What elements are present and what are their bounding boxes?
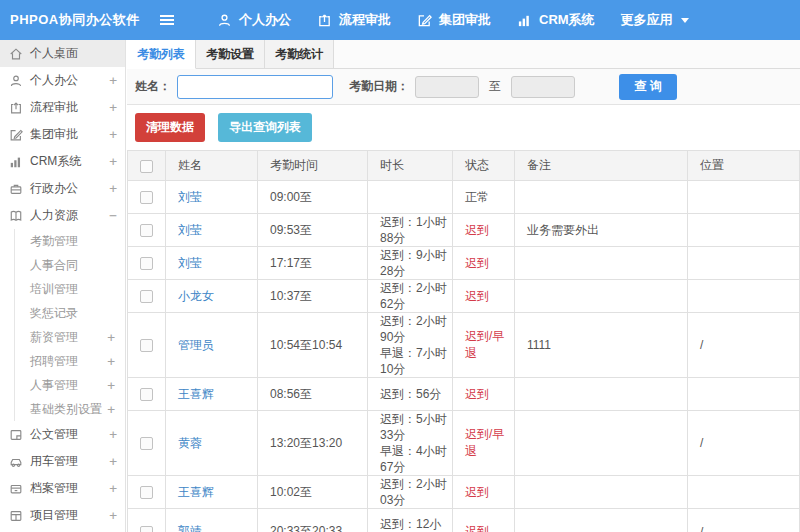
sidebar-item-salary-management[interactable]: 薪资管理 + <box>15 325 125 349</box>
status-badge: 迟到 <box>465 256 489 270</box>
note-cell <box>515 247 688 280</box>
attendance-time: 09:00至 <box>258 181 368 214</box>
top-navbar: PHPOA协同办公软件 个人办公 流程审批 集团审批 CRM系统 更多应用 <box>0 0 800 40</box>
attendance-time: 08:56至 <box>258 378 368 411</box>
sidebar-item-personnel-management[interactable]: 人事管理 + <box>15 373 125 397</box>
nav-item-personal-office[interactable]: 个人办公 <box>217 11 291 29</box>
row-checkbox[interactable] <box>140 486 153 499</box>
row-checkbox[interactable] <box>140 257 153 270</box>
note-cell <box>515 181 688 214</box>
note-cell <box>515 411 688 476</box>
car-icon <box>9 455 23 469</box>
sidebar-item-workflow-approval[interactable]: 流程审批 + <box>0 94 125 121</box>
nav-item-group-approval[interactable]: 集团审批 <box>417 11 491 29</box>
nav-item-more-apps[interactable]: 更多应用 <box>621 11 690 29</box>
attendance-time: 13:20至13:20 <box>258 411 368 476</box>
chart-icon <box>9 155 23 169</box>
select-all-checkbox[interactable] <box>140 160 153 173</box>
status-badge: 正常 <box>465 190 489 204</box>
attendance-time: 10:37至 <box>258 280 368 313</box>
table-row: 刘莹 17:17至 迟到：9小时28分 迟到 <box>128 247 800 280</box>
employee-name-link[interactable]: 黄蓉 <box>178 436 202 450</box>
table-row: 王喜辉 08:56至 迟到：56分 迟到 <box>128 378 800 411</box>
book-icon <box>9 209 23 223</box>
attendance-time: 17:17至 <box>258 247 368 280</box>
tab-attendance-statistics[interactable]: 考勤统计 <box>265 40 334 68</box>
location-cell <box>688 214 800 247</box>
note-cell <box>515 476 688 509</box>
hamburger-menu-icon[interactable] <box>158 12 176 28</box>
row-checkbox[interactable] <box>140 437 153 450</box>
duration-cell: 迟到：56分 <box>368 378 453 411</box>
status-badge: 迟到/早退 <box>465 329 504 360</box>
location-cell: / <box>688 509 800 532</box>
app-logo: PHPOA协同办公软件 <box>0 11 158 29</box>
employee-name-link[interactable]: 王喜辉 <box>178 387 214 401</box>
location-cell <box>688 378 800 411</box>
employee-name-link[interactable]: 刘莹 <box>178 190 202 204</box>
user-icon <box>9 74 23 88</box>
table-row: 郭靖 20:33至20:33 迟到：12小时55分 迟到 / <box>128 509 800 532</box>
sidebar-item-archive-management[interactable]: 档案管理 + <box>0 475 125 502</box>
note-cell <box>515 378 688 411</box>
doc-icon <box>9 428 23 442</box>
chart-icon <box>517 13 532 28</box>
sidebar-item-human-resources[interactable]: 人力资源 − <box>0 202 125 229</box>
sidebar-item-attendance-management[interactable]: 考勤管理 <box>15 229 125 253</box>
employee-name-link[interactable]: 管理员 <box>178 338 214 352</box>
row-checkbox[interactable] <box>140 339 153 352</box>
row-checkbox[interactable] <box>140 191 153 204</box>
archive-icon <box>9 482 23 496</box>
tab-attendance-settings[interactable]: 考勤设置 <box>196 40 265 68</box>
tab-attendance-list[interactable]: 考勤列表 <box>127 40 196 69</box>
nav-item-workflow-approval[interactable]: 流程审批 <box>317 11 391 29</box>
note-cell: 业务需要外出 <box>515 214 688 247</box>
row-checkbox[interactable] <box>140 224 153 237</box>
clean-data-button[interactable]: 清理数据 <box>135 113 205 142</box>
employee-name-link[interactable]: 刘莹 <box>178 256 202 270</box>
nav-item-crm-system[interactable]: CRM系统 <box>517 11 595 29</box>
status-badge: 迟到 <box>465 524 489 532</box>
sidebar-item-project-management[interactable]: 项目管理 + <box>0 502 125 529</box>
sidebar-item-base-category-settings[interactable]: 基础类别设置 + <box>15 397 125 421</box>
row-checkbox[interactable] <box>140 290 153 303</box>
sidebar-item-vehicle-management[interactable]: 用车管理 + <box>0 448 125 475</box>
sidebar-item-administrative-office[interactable]: 行政办公 + <box>0 175 125 202</box>
sidebar-item-reward-punishment-records[interactable]: 奖惩记录 <box>15 301 125 325</box>
action-buttons: 清理数据 导出查询列表 <box>127 105 800 150</box>
table-row: 管理员 10:54至10:54 迟到：2小时90分早退：7小时10分 迟到/早退… <box>128 313 800 378</box>
search-bar: 姓名： 考勤日期： 至 查 询 <box>127 69 800 105</box>
row-checkbox[interactable] <box>140 388 153 401</box>
sidebar-item-hr-contracts[interactable]: 人事合同 <box>15 253 125 277</box>
employee-name-link[interactable]: 刘莹 <box>178 223 202 237</box>
sidebar-item-crm-system[interactable]: CRM系统 + <box>0 148 125 175</box>
export-list-button[interactable]: 导出查询列表 <box>218 113 312 142</box>
sidebar-item-recruitment-management[interactable]: 招聘管理 + <box>15 349 125 373</box>
caret-down-icon <box>680 16 690 24</box>
sidebar-item-training-management[interactable]: 培训管理 <box>15 277 125 301</box>
flow-icon <box>9 101 23 115</box>
name-input[interactable] <box>177 75 333 99</box>
col-header-duration: 时长 <box>368 151 453 181</box>
duration-cell: 迟到：1小时88分 <box>368 214 453 247</box>
employee-name-link[interactable]: 郭靖 <box>178 524 202 532</box>
date-to-input[interactable] <box>511 76 575 98</box>
location-cell <box>688 280 800 313</box>
sidebar-item-document-management[interactable]: 公文管理 + <box>0 421 125 448</box>
table-row: 刘莹 09:53至 迟到：1小时88分 迟到 业务需要外出 <box>128 214 800 247</box>
attendance-date-label: 考勤日期： <box>349 78 409 95</box>
sidebar-item-personal-office[interactable]: 个人办公 + <box>0 67 125 94</box>
attendance-time: 10:02至 <box>258 476 368 509</box>
employee-name-link[interactable]: 王喜辉 <box>178 485 214 499</box>
row-checkbox[interactable] <box>140 526 153 532</box>
sidebar-item-group-approval[interactable]: 集团审批 + <box>0 121 125 148</box>
date-from-input[interactable] <box>415 76 479 98</box>
name-label: 姓名： <box>135 78 171 95</box>
edit-icon <box>9 128 23 142</box>
location-cell <box>688 476 800 509</box>
duration-cell: 迟到：2小时03分 <box>368 476 453 509</box>
sidebar: 个人桌面 个人办公 + 流程审批 + 集团审批 + CRM系统 + 行政办公 +… <box>0 40 126 532</box>
employee-name-link[interactable]: 小龙女 <box>178 289 214 303</box>
sidebar-item-personal-desktop[interactable]: 个人桌面 <box>0 40 125 67</box>
search-button[interactable]: 查 询 <box>619 74 677 100</box>
